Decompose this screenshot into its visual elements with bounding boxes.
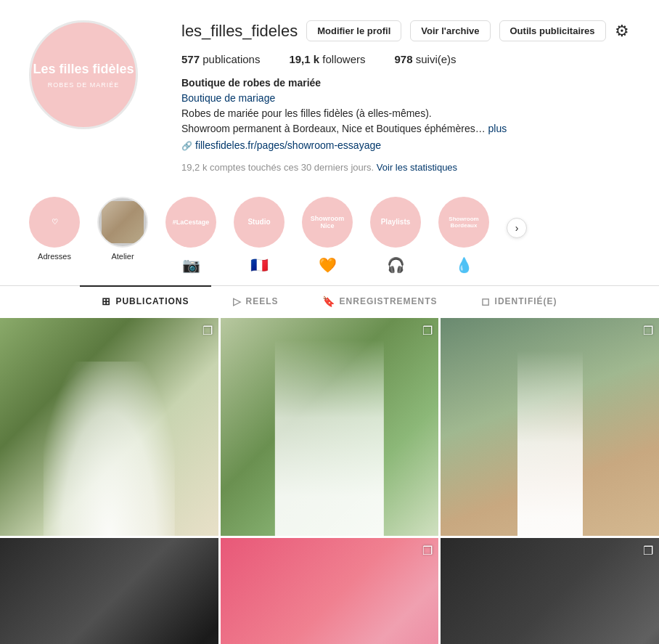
tab-reels[interactable]: ▷ REELS [211, 285, 300, 316]
story-label: Atelier [111, 252, 134, 261]
grid-icon: ⊞ [102, 295, 111, 307]
bio-line1: Robes de mariée pour les filles fidèles … [181, 106, 630, 121]
tab-publications[interactable]: ⊞ PUBLICATIONS [80, 285, 210, 316]
photo-grid: ❐ ❐ ❐ ❐ ❐ [0, 316, 659, 645]
story-item[interactable]: Atelier [97, 197, 148, 261]
bio-link-row: 🔗 fillesfideles.fr/pages/showroom-essaya… [181, 138, 630, 153]
reels-icon: ▷ [233, 295, 242, 307]
grid-cell[interactable]: ❐ [221, 538, 439, 644]
bio-category: Boutique de mariage [181, 91, 630, 106]
story-item[interactable]: ♡ Adresses [29, 197, 80, 261]
story-heart-icon: ♡ [52, 218, 58, 226]
following-stat: 978 suivi(e)s [395, 53, 457, 65]
stories-section: ♡ Adresses Atelier #LaCestage 📷 Studio 🇫… [0, 189, 659, 274]
story-label: Adresses [38, 252, 71, 261]
story-circle [97, 197, 148, 248]
tab-label: IDENTIFIÉ(E) [495, 296, 557, 306]
avatar: Les filles fidèles ROBES DE MARIÉE [29, 20, 138, 129]
link-icon: 🔗 [181, 139, 192, 152]
profile-top-row: les_filles_fideles Modifier le profil Vo… [181, 20, 630, 41]
tabs-section: ⊞ PUBLICATIONS ▷ REELS 🔖 ENREGISTREMENTS… [0, 285, 659, 316]
view-archive-button[interactable]: Voir l'archive [410, 20, 490, 41]
story-emoji-icon: 📷 [182, 256, 200, 274]
story-emoji-icon: 🎧 [387, 256, 405, 274]
grid-cell[interactable]: ❐ [221, 318, 439, 537]
multi-photo-icon: ❐ [422, 544, 433, 558]
bio-line2: Showroom permanent à Bordeaux, Nice et B… [181, 121, 630, 136]
bio-link[interactable]: fillesfideles.fr/pages/showroom-essayage [195, 138, 381, 153]
story-item[interactable]: Studio 🇫🇷 [234, 197, 285, 274]
story-item[interactable]: Playlists 🎧 [370, 197, 421, 274]
bio-more-link[interactable]: plus [488, 123, 507, 134]
grid-cell[interactable]: ❐ [441, 538, 659, 644]
tab-identifiee[interactable]: ◻ IDENTIFIÉ(E) [459, 285, 579, 316]
insights-link[interactable]: Voir les statistiques [377, 162, 457, 173]
story-circle: Showroom Bordeaux [438, 197, 489, 248]
multi-photo-icon: ❐ [643, 544, 653, 558]
edit-profile-button[interactable]: Modifier le profil [306, 20, 401, 41]
bookmark-icon: 🔖 [322, 295, 335, 307]
story-circle: Studio [234, 197, 285, 248]
story-circle: ♡ [29, 197, 80, 248]
insights-text: 19,2 k comptes touchés ces 30 derniers j… [181, 160, 630, 175]
bio-name: Boutique de robes de mariée [181, 76, 630, 91]
story-circle: #LaCestage [165, 197, 216, 248]
tab-label: ENREGISTREMENTS [340, 296, 438, 306]
multi-photo-icon: ❐ [202, 324, 213, 338]
bio-section: Boutique de robes de mariée Boutique de … [181, 76, 630, 175]
multi-photo-icon: ❐ [422, 324, 433, 338]
stories-next-button[interactable]: › [507, 218, 527, 238]
grid-cell[interactable]: ❐ [441, 318, 659, 537]
settings-icon[interactable]: ⚙ [615, 22, 629, 41]
tab-enregistrements[interactable]: 🔖 ENREGISTREMENTS [300, 285, 459, 316]
story-item[interactable]: Showroom Bordeaux 💧 [438, 197, 489, 274]
tools-button[interactable]: Outils publicitaires [499, 20, 606, 41]
followers-stat: 19,1 k followers [289, 53, 365, 65]
tag-icon: ◻ [481, 295, 491, 307]
avatar-subtitle: ROBES DE MARIÉE [48, 81, 120, 89]
story-item[interactable]: #LaCestage 📷 [165, 197, 216, 274]
tab-label: REELS [246, 296, 279, 306]
story-emoji-icon: 💧 [455, 256, 473, 274]
grid-cell[interactable] [0, 538, 218, 644]
profile-username: les_filles_fideles [181, 22, 298, 41]
multi-photo-icon: ❐ [643, 324, 653, 338]
grid-cell[interactable]: ❐ [0, 318, 218, 537]
avatar-name: Les filles fidèles [33, 61, 134, 78]
tab-label: PUBLICATIONS [115, 296, 189, 306]
profile-section: Les filles fidèles ROBES DE MARIÉE les_f… [0, 0, 659, 189]
story-circle: Showroom Nice [302, 197, 353, 248]
story-emoji-icon: 🇫🇷 [250, 256, 269, 274]
story-item[interactable]: Showroom Nice 🧡 [302, 197, 353, 274]
story-emoji-icon: 🧡 [319, 256, 337, 274]
profile-info: les_filles_fideles Modifier le profil Vo… [181, 20, 630, 175]
stats-row: 577 publications 19,1 k followers 978 su… [181, 53, 630, 65]
story-circle: Playlists [370, 197, 421, 248]
publications-stat: 577 publications [181, 53, 260, 65]
